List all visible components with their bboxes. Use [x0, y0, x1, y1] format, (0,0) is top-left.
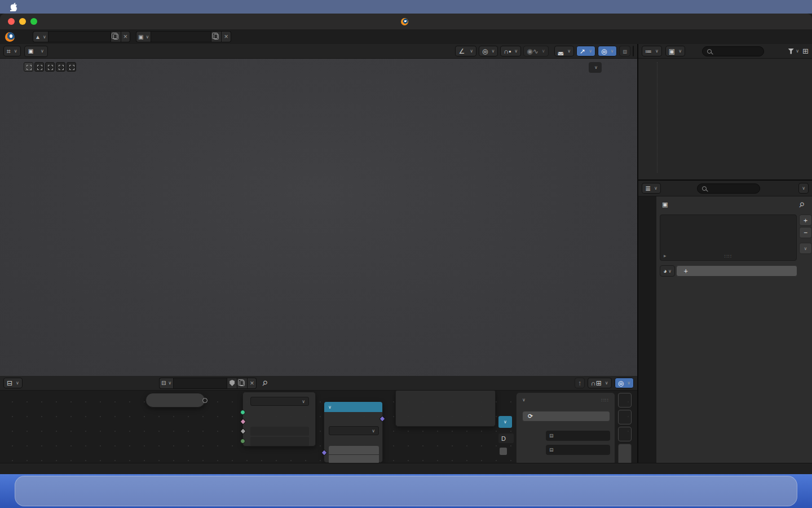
viewport-canvas[interactable]: ∨ — [0, 59, 637, 376]
properties-editor: ≣∨ ∨ ▣ ⚲ ▸ ∷∷ ＋ − ∨ ◕∨ ＋ — [637, 179, 812, 463]
gizmos-toggle[interactable]: ↗∨ — [576, 46, 595, 56]
pin-icon[interactable]: ⚲ — [797, 200, 806, 209]
navigation-gizmo[interactable] — [579, 75, 630, 129]
display-mode-button[interactable]: ▣∨ — [665, 46, 685, 56]
go-to-parent-tree-button[interactable]: ↑ — [575, 378, 585, 388]
viewlayer-name[interactable] — [151, 31, 211, 42]
blender-logo-icon[interactable] — [5, 32, 15, 42]
node-label-field[interactable]: ⊟ — [546, 445, 610, 455]
search-icon — [707, 49, 712, 54]
hidden-node-fragment: ∨ — [498, 416, 512, 428]
overlays-toggle[interactable]: ◎∨ — [615, 378, 634, 388]
seed-input-socket[interactable] — [240, 439, 245, 444]
hierarchy-line — [657, 62, 657, 173]
min-x-field[interactable] — [329, 446, 379, 454]
data-type-dropdown[interactable]: ∨ — [329, 426, 379, 435]
macos-menu-bar — [0, 0, 812, 14]
copy-node-tree-icon[interactable] — [237, 378, 248, 389]
viewport-header: ⌗∨ ▣∨ ∠ ∨ ◎∨ ∩▪∨ ◉∿∨ ◛∨ ↗∨ ◎∨ ⧈ — [0, 44, 637, 59]
editor-type-button[interactable]: ≔∨ — [642, 46, 662, 56]
hidden-field-fragment: D — [498, 433, 514, 443]
slot-specials-button[interactable]: ∨ — [799, 243, 812, 254]
browse-material-icon[interactable]: ◕∨ — [660, 265, 675, 277]
properties-header: ≣∨ ∨ — [638, 181, 812, 196]
search-icon — [702, 186, 707, 191]
overlays-toggle[interactable]: ◎∨ — [598, 46, 617, 56]
options-dropdown[interactable]: ∨ — [589, 62, 602, 73]
shading-mode-segment[interactable] — [633, 46, 634, 56]
distribution-dropdown[interactable]: ∨ — [250, 397, 309, 406]
orientation-dropdown[interactable]: ∠ ∨ — [455, 46, 476, 56]
node-name-field[interactable]: ⊟ — [546, 431, 610, 441]
node-icon: ⊟ — [549, 433, 554, 439]
select-mode-row[interactable] — [24, 62, 76, 72]
mesh-object-icon: ▣ — [662, 201, 668, 208]
xray-toggle[interactable]: ⧈ — [619, 46, 630, 56]
node-tree-name[interactable] — [173, 378, 227, 389]
density-field[interactable] — [250, 427, 309, 436]
blender-topbar: ▲∨ × ▣∨ × — [0, 29, 812, 44]
dock — [15, 476, 797, 506]
filter-icon[interactable]: ∨ — [788, 49, 799, 54]
sidebar-tab[interactable] — [618, 393, 632, 408]
window-titlebar — [0, 14, 812, 29]
close-node-tree-icon[interactable]: × — [248, 378, 257, 389]
close-scene-icon[interactable]: × — [121, 31, 130, 42]
mesh-input-socket[interactable] — [240, 410, 245, 415]
close-viewlayer-icon[interactable]: × — [222, 31, 231, 42]
panel-grip[interactable]: ∷∷ — [602, 397, 609, 403]
new-collection-icon[interactable]: ⊞ — [802, 47, 809, 55]
copy-viewlayer-icon[interactable] — [211, 31, 222, 42]
resize-grip[interactable]: ∷∷ — [725, 253, 732, 259]
scene-name[interactable] — [48, 31, 111, 42]
new-material-button[interactable]: ＋ — [676, 265, 797, 277]
expand-icon[interactable]: ▸ — [664, 253, 667, 259]
node-icon: ⊟ — [549, 447, 554, 453]
apple-logo-icon[interactable] — [10, 3, 17, 11]
outliner: ≔∨ ▣∨ ∨ ⊞ — [637, 44, 812, 179]
node-canvas[interactable]: ∨ ∨ ∨ ∨ D — [0, 391, 637, 463]
blender-file-icon — [401, 18, 408, 25]
status-bar — [0, 463, 812, 474]
visibility-dropdown[interactable]: ◛∨ — [554, 46, 575, 56]
3d-viewport: ⌗∨ ▣∨ ∠ ∨ ◎∨ ∩▪∨ ◉∿∨ ◛∨ ↗∨ ◎∨ ⧈ ∨ — [0, 44, 637, 376]
geometry-node-editor: ⊟∨ ⊟∨ × ⚲ ↑ ∩⊞∨ ◎∨ ∨ — [0, 376, 637, 463]
editor-type-button[interactable]: ⌗∨ — [3, 46, 21, 56]
mode-dropdown[interactable]: ▣∨ — [24, 46, 48, 57]
set-position-node[interactable] — [395, 391, 496, 427]
random-value-node[interactable]: ∨ ∨ — [324, 401, 383, 463]
add-slot-button[interactable]: ＋ — [799, 214, 812, 226]
copy-scene-icon[interactable] — [111, 31, 121, 42]
pin-icon[interactable]: ⚲ — [261, 378, 270, 387]
pivot-dropdown[interactable]: ◎∨ — [479, 46, 498, 56]
properties-options-button[interactable]: ∨ — [798, 183, 809, 194]
distribute-points-node[interactable]: ∨ — [242, 392, 316, 446]
node-output-socket[interactable] — [202, 398, 208, 403]
snapping-toggle[interactable]: ∩⊞∨ — [588, 378, 612, 388]
snapping-toggle[interactable]: ∩▪∨ — [500, 46, 521, 56]
properties-search-input[interactable] — [697, 183, 760, 194]
seed-field[interactable] — [250, 437, 309, 446]
proportional-editing-toggle[interactable]: ◉∿∨ — [523, 46, 548, 56]
scene-icon: ▲ — [35, 34, 41, 40]
hidden-swatch-fragment — [500, 448, 507, 455]
node-tree-selector[interactable]: ⊟∨ × — [159, 378, 257, 389]
node-editor-header: ⊟∨ ⊟∨ × ⚲ ↑ ∩⊞∨ ◎∨ — [0, 376, 637, 391]
material-slot-list[interactable]: ▸ ∷∷ — [660, 214, 797, 261]
node-tree-icon: ⊟ — [161, 380, 166, 386]
sidebar-tab[interactable] — [618, 427, 632, 441]
outliner-header: ≔∨ ▣∨ ∨ ⊞ — [638, 44, 812, 59]
collapsed-node[interactable] — [145, 393, 205, 408]
screen: ▲∨ × ▣∨ × ⌗∨ ▣∨ ∠ ∨ ◎∨ ∩▪∨ ◉∿∨ ◛∨ ↗∨ ◎∨ … — [0, 0, 812, 508]
viewlayer-selector[interactable]: ▣∨ × — [136, 31, 231, 42]
sidebar-tab-node[interactable] — [618, 444, 632, 463]
scene-selector[interactable]: ▲∨ × — [33, 31, 130, 42]
reset-node-button[interactable]: ⟳ — [522, 411, 610, 422]
sidebar-tab[interactable] — [618, 410, 632, 424]
remove-slot-button[interactable]: − — [799, 227, 812, 238]
editor-type-button[interactable]: ⊟∨ — [3, 378, 23, 388]
outliner-search-input[interactable] — [702, 46, 764, 56]
editor-type-button[interactable]: ≣∨ — [642, 183, 661, 194]
fake-user-shield-icon[interactable] — [227, 378, 237, 389]
min-y-field[interactable] — [329, 455, 379, 463]
